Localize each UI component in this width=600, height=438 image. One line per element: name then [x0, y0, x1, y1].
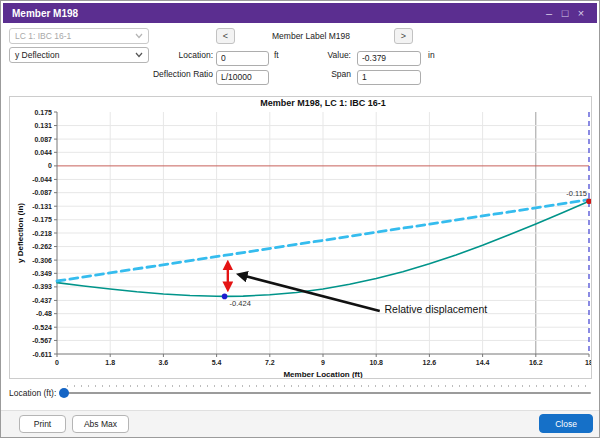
title-bar: Member M198 – □ × [3, 3, 597, 23]
svg-text:-0.306: -0.306 [32, 257, 52, 264]
print-button[interactable]: Print [19, 415, 66, 433]
load-combination-value: LC 1: IBC 16-1 [15, 31, 135, 41]
deflection-ratio-input[interactable] [216, 70, 269, 85]
result-type-value: y Deflection [15, 50, 135, 60]
chevron-down-icon [135, 33, 143, 39]
maximize-icon[interactable]: □ [557, 3, 573, 23]
footer-bar: Print Abs Max Close [1, 410, 600, 438]
max-deflection-point [222, 294, 228, 300]
svg-text:-0.087: -0.087 [32, 189, 52, 196]
span-label: Span [281, 69, 351, 79]
relative-displacement-label: Relative displacement [384, 303, 487, 315]
svg-text:0.131: 0.131 [34, 122, 52, 129]
svg-text:7.2: 7.2 [265, 359, 275, 366]
deflection-ratio-label: Deflection Ratio [121, 69, 213, 79]
svg-text:9: 9 [321, 359, 325, 366]
location-slider-thumb[interactable] [59, 388, 69, 398]
value-label: Value: [281, 50, 351, 60]
svg-text:-0.437: -0.437 [32, 297, 52, 304]
location-slider-track[interactable] [67, 392, 591, 394]
svg-text:0: 0 [55, 359, 59, 366]
svg-text:-0.044: -0.044 [32, 176, 52, 183]
svg-text:14.4: 14.4 [476, 359, 490, 366]
previous-member-button[interactable]: < [216, 28, 235, 44]
svg-text:-0.567: -0.567 [32, 337, 52, 344]
svg-text:-0.262: -0.262 [32, 243, 52, 250]
svg-text:-0.349: -0.349 [32, 270, 52, 277]
member-detail-dialog: { "window": { "title": "Member M198", "c… [0, 0, 600, 438]
deflection-chart-svg: 01.83.65.47.2910.812.614.416.2180.1750.1… [10, 97, 591, 378]
span-input[interactable] [357, 70, 421, 85]
svg-text:-0.175: -0.175 [32, 216, 52, 223]
location-unit: ft [274, 50, 279, 60]
svg-text:-0.48: -0.48 [36, 310, 52, 317]
result-type-dropdown[interactable]: y Deflection [9, 47, 149, 63]
x-axis-label: Member Location (ft) [283, 370, 362, 378]
minimize-icon[interactable]: – [541, 3, 557, 23]
window-title: Member M198 [12, 8, 541, 19]
load-combination-dropdown[interactable]: LC 1: IBC 16-1 [9, 28, 149, 44]
svg-text:0: 0 [48, 162, 52, 169]
value-unit: in [428, 50, 435, 60]
svg-text:-0.611: -0.611 [33, 351, 53, 358]
location-slider-ticks [67, 385, 591, 387]
location-slider-label: Location (ft): [9, 388, 56, 398]
y-axis-label: y Deflection (in) [16, 203, 25, 263]
svg-text:12.6: 12.6 [423, 359, 437, 366]
annotation-arrow [239, 275, 379, 311]
svg-text:3.6: 3.6 [159, 359, 169, 366]
chart-title: Member M198, LC 1: IBC 16-1 [260, 98, 386, 108]
svg-text:10.8: 10.8 [369, 359, 383, 366]
svg-text:-0.131: -0.131 [32, 203, 52, 210]
svg-text:0.175: 0.175 [34, 109, 52, 116]
svg-text:0.087: 0.087 [34, 136, 52, 143]
location-input[interactable] [216, 51, 269, 66]
end-deflection-point-label: -0.115 [566, 189, 587, 198]
svg-text:18: 18 [585, 359, 591, 366]
max-deflection-point-label: -0.424 [230, 299, 251, 308]
svg-text:0.044: 0.044 [34, 149, 52, 156]
svg-text:-0.218: -0.218 [32, 230, 52, 237]
deflection-chart-panel: 01.83.65.47.2910.812.614.416.2180.1750.1… [9, 96, 592, 379]
svg-text:5.4: 5.4 [212, 359, 222, 366]
svg-text:-0.393: -0.393 [32, 283, 52, 290]
svg-text:-0.524: -0.524 [32, 324, 52, 331]
location-label: Location: [141, 50, 213, 60]
close-button[interactable]: Close [539, 414, 593, 433]
member-label: Member Label M198 [241, 31, 381, 41]
abs-max-button[interactable]: Abs Max [72, 415, 129, 433]
next-member-button[interactable]: > [394, 28, 413, 44]
close-icon[interactable]: × [573, 3, 589, 23]
svg-text:1.8: 1.8 [105, 359, 115, 366]
svg-text:16.2: 16.2 [529, 359, 543, 366]
value-input[interactable] [357, 51, 421, 66]
